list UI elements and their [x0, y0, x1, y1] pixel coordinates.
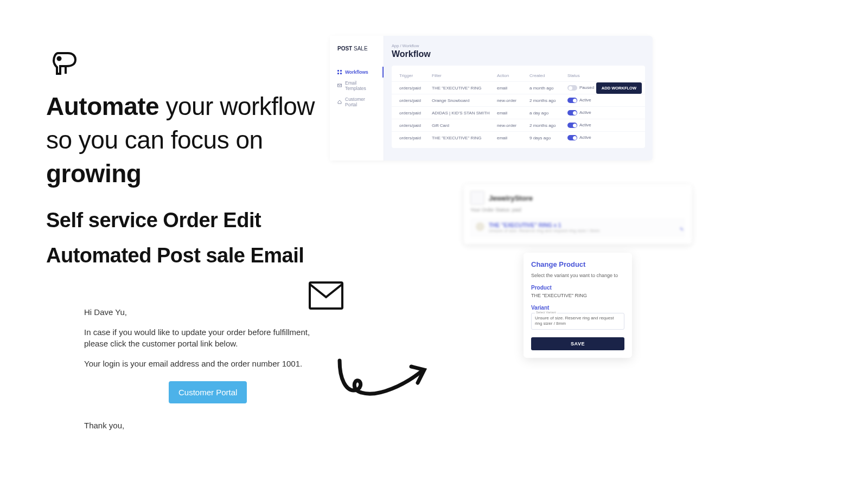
- store-name: JewelryStore: [489, 194, 533, 202]
- status-toggle[interactable]: [567, 110, 577, 115]
- customer-portal-button[interactable]: Customer Portal: [169, 381, 247, 403]
- cell-status: Active: [567, 135, 600, 140]
- table-row[interactable]: orders/paidOrange Snowboardnew-order2 mo…: [392, 94, 645, 106]
- modal-title: Change Product: [531, 260, 624, 268]
- col-created: Created: [529, 73, 567, 78]
- nav-workflows-label: Workflows: [345, 69, 368, 75]
- status-toggle[interactable]: [567, 85, 577, 91]
- variant-select[interactable]: Select Variant Unsure of size. Reserve r…: [531, 313, 624, 330]
- status-text: Active: [579, 110, 591, 115]
- order-status: Your Order Status: paid: [470, 207, 685, 213]
- col-action: Action: [497, 73, 529, 78]
- status-text: Paused: [579, 85, 594, 90]
- email-preview: Hi Dave Yu, In case if you would like to…: [84, 306, 334, 440]
- hero-bold: Automate: [46, 92, 159, 120]
- cell-trigger: orders/paid: [399, 111, 432, 115]
- svg-rect-1: [310, 282, 342, 309]
- order-preview-card: JewelryStore Your Order Status: paid THE…: [464, 184, 692, 244]
- cell-created: 2 months ago: [529, 98, 567, 103]
- cell-action: email: [497, 111, 529, 115]
- cell-trigger: orders/paid: [399, 123, 432, 128]
- app-brand: POST SALE: [330, 46, 384, 52]
- svg-rect-4: [337, 73, 339, 74]
- change-product-modal: Change Product Select the variant you wa…: [524, 253, 632, 358]
- brand-logo-icon: [52, 49, 78, 78]
- table-row[interactable]: orders/paidTHE "EXECUTIVE" RINGemail9 da…: [392, 131, 645, 144]
- cell-created: a month ago: [529, 86, 567, 91]
- hero-bold-2: growing: [46, 159, 141, 188]
- nav-portal-label: Customer Portal: [345, 97, 378, 107]
- status-toggle[interactable]: [567, 123, 577, 128]
- table-row[interactable]: orders/paidADIDAS | KID'S STAN SMITHemai…: [392, 106, 645, 119]
- col-filter: Filter: [432, 73, 497, 78]
- modal-description: Select the variant you want to change to: [531, 273, 624, 278]
- variant-select-label: Select Variant: [535, 311, 557, 315]
- status-text: Active: [579, 135, 591, 140]
- email-greeting: Hi Dave Yu,: [84, 306, 334, 318]
- hero-headline: Automate your workflow so you can focus …: [46, 89, 328, 190]
- cell-created: 2 months ago: [529, 123, 567, 128]
- status-toggle[interactable]: [567, 135, 577, 140]
- svg-rect-3: [340, 70, 342, 72]
- table-row[interactable]: orders/paidGift Cardnew-order2 months ag…: [392, 119, 645, 131]
- cell-status: Active: [567, 98, 600, 103]
- store-avatar: [470, 191, 484, 205]
- cell-filter: ADIDAS | KID'S STAN SMITH: [432, 111, 497, 115]
- nav-email-templates[interactable]: Email Templates: [330, 78, 384, 94]
- mail-icon-small: [337, 84, 342, 88]
- svg-point-0: [58, 57, 61, 60]
- curly-arrow-icon: [335, 358, 433, 409]
- breadcrumb: App / Workflow: [392, 43, 645, 48]
- product-value: THE "EXECUTIVE" RING: [531, 293, 624, 298]
- add-workflow-button[interactable]: ADD WORKFLOW: [596, 82, 642, 94]
- save-button[interactable]: SAVE: [531, 337, 624, 350]
- cell-trigger: orders/paid: [399, 136, 432, 140]
- col-trigger: Trigger: [399, 73, 432, 78]
- status-toggle[interactable]: [567, 98, 577, 103]
- nav-customer-portal[interactable]: Customer Portal: [330, 94, 384, 110]
- status-text: Active: [579, 123, 591, 127]
- cell-action: email: [497, 136, 529, 140]
- cell-filter: Gift Card: [432, 123, 497, 128]
- home-icon: [337, 100, 342, 104]
- product-thumbnail: [476, 222, 484, 231]
- nav-workflows[interactable]: Workflows: [330, 67, 384, 78]
- cell-status: Active: [567, 110, 600, 115]
- cell-status: Active: [567, 123, 600, 128]
- email-body-2: Your login is your email address and the…: [84, 358, 334, 369]
- page-title: Workflow: [392, 49, 645, 59]
- subhead-automated-email: Automated Post sale Email: [46, 244, 304, 267]
- cell-action: new-order: [497, 98, 529, 103]
- svg-rect-5: [340, 73, 342, 74]
- email-body-1: In case if you would like to update your…: [84, 326, 334, 349]
- cell-status: Paused: [567, 85, 600, 91]
- email-thanks: Thank you,: [84, 420, 334, 431]
- cell-action: email: [497, 86, 529, 91]
- status-text: Active: [579, 98, 591, 102]
- edit-icon[interactable]: ✎: [680, 227, 684, 232]
- cell-filter: Orange Snowboard: [432, 98, 497, 103]
- nav-templates-label: Email Templates: [345, 80, 378, 91]
- order-item-title: THE "EXECUTIVE" RING x 1: [489, 222, 600, 228]
- cell-filter: THE "EXECUTIVE" RING: [432, 136, 497, 140]
- subhead-order-edit: Self service Order Edit: [46, 209, 261, 232]
- order-line-item: THE "EXECUTIVE" RING x 1 Unsure of size.…: [470, 218, 685, 237]
- cell-filter: THE "EXECUTIVE" RING: [432, 86, 497, 91]
- cell-created: a day ago: [529, 111, 567, 115]
- variant-label: Variant: [531, 305, 624, 311]
- cell-created: 9 days ago: [529, 136, 567, 140]
- app-sidebar: POST SALE Workflows Email Templates: [330, 36, 384, 160]
- svg-rect-2: [337, 70, 339, 72]
- variant-select-value: Unsure of size. Reserve ring and request…: [535, 316, 614, 326]
- order-item-sub: Unsure of size. Reserve ring and request…: [489, 228, 600, 233]
- cell-trigger: orders/paid: [399, 98, 432, 103]
- workflow-app: POST SALE Workflows Email Templates: [330, 36, 653, 160]
- app-main: App / Workflow Workflow Trigger Filter A…: [384, 36, 653, 160]
- col-status: Status: [567, 73, 600, 78]
- product-label: Product: [531, 285, 624, 291]
- workflow-table: Trigger Filter Action Created Status ord…: [392, 66, 645, 148]
- table-header: Trigger Filter Action Created Status: [392, 70, 645, 81]
- workflow-icon: [337, 70, 342, 74]
- cell-trigger: orders/paid: [399, 86, 432, 91]
- cell-action: new-order: [497, 123, 529, 128]
